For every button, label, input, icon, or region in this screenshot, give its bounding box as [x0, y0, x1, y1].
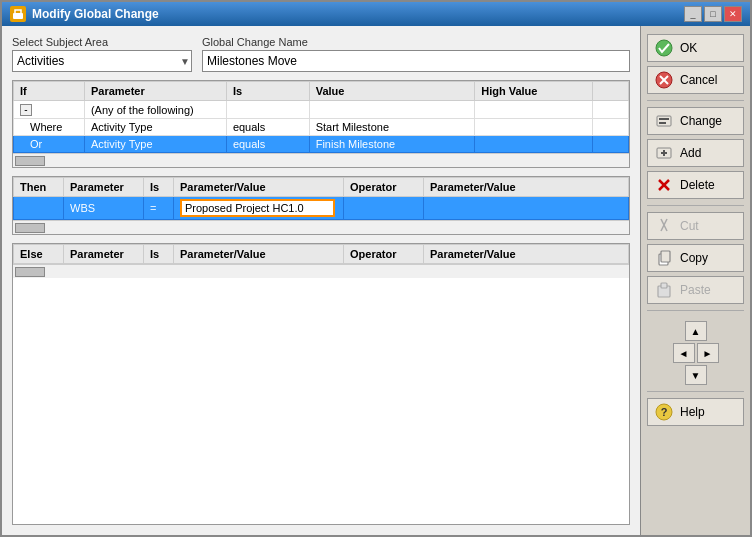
- close-button[interactable]: ✕: [724, 6, 742, 22]
- then-table-header: Then Parameter Is Parameter/Value Operat…: [14, 178, 629, 197]
- top-fields-row: Select Subject Area Activities ▼ Global …: [12, 36, 630, 72]
- global-change-name-group: Global Change Name: [202, 36, 630, 72]
- nav-up-button[interactable]: ▲: [685, 321, 707, 341]
- else-scrollbar[interactable]: [13, 264, 629, 278]
- then-cell-wbs: WBS: [64, 197, 144, 220]
- subject-area-select[interactable]: Activities: [12, 50, 192, 72]
- else-col-paramval2: Parameter/Value: [424, 245, 629, 264]
- paste-button[interactable]: Paste: [647, 276, 744, 304]
- table-row[interactable]: - (Any of the following): [14, 101, 629, 119]
- help-label: Help: [680, 405, 705, 419]
- subject-area-label: Select Subject Area: [12, 36, 192, 48]
- table-row[interactable]: Or Activity Type equals Finish Milestone: [14, 136, 629, 153]
- ok-button[interactable]: OK: [647, 34, 744, 62]
- if-cell-equals1: equals: [226, 119, 309, 136]
- if-scrollbar[interactable]: [13, 153, 629, 167]
- cut-label: Cut: [680, 219, 699, 233]
- delete-label: Delete: [680, 178, 715, 192]
- divider-3: [647, 310, 744, 311]
- ok-label: OK: [680, 41, 697, 55]
- svg-text:?: ?: [661, 406, 668, 418]
- if-col-value: Value: [309, 82, 475, 101]
- cancel-button[interactable]: Cancel: [647, 66, 744, 94]
- divider-1: [647, 100, 744, 101]
- else-table-header: Else Parameter Is Parameter/Value Operat…: [14, 245, 629, 264]
- if-col-extra: [593, 82, 629, 101]
- delete-icon: [654, 175, 674, 195]
- global-change-name-input[interactable]: [202, 50, 630, 72]
- add-button[interactable]: Add: [647, 139, 744, 167]
- if-cell-equals2: equals: [226, 136, 309, 153]
- then-scrollbar[interactable]: [13, 220, 629, 234]
- minimize-button[interactable]: _: [684, 6, 702, 22]
- divider-4: [647, 391, 744, 392]
- maximize-button[interactable]: □: [704, 6, 722, 22]
- delete-button[interactable]: Delete: [647, 171, 744, 199]
- window-icon: [10, 6, 26, 22]
- copy-icon: [654, 248, 674, 268]
- subject-area-wrapper: Activities ▼: [12, 50, 192, 72]
- nav-down-button[interactable]: ▼: [685, 365, 707, 385]
- svg-rect-7: [659, 118, 669, 120]
- then-table: Then Parameter Is Parameter/Value Operat…: [13, 177, 629, 220]
- if-cell-val1: [309, 101, 475, 119]
- svg-rect-6: [657, 116, 671, 126]
- nav-middle-row: ◄ ►: [673, 343, 719, 363]
- paste-icon: [654, 280, 674, 300]
- table-row[interactable]: Where Activity Type equals Start Milesto…: [14, 119, 629, 136]
- nav-right-button[interactable]: ►: [697, 343, 719, 363]
- if-table: If Parameter Is Value High Value: [13, 81, 629, 153]
- if-cell-acttype2: Activity Type: [84, 136, 226, 153]
- if-cell-extra1: [593, 101, 629, 119]
- subject-area-group: Select Subject Area Activities ▼: [12, 36, 192, 72]
- cancel-icon: [654, 70, 674, 90]
- if-cell-high3: [475, 136, 593, 153]
- global-change-name-label: Global Change Name: [202, 36, 630, 48]
- nav-buttons: ▲ ◄ ► ▼: [647, 321, 744, 385]
- divider-2: [647, 205, 744, 206]
- table-row[interactable]: WBS =: [14, 197, 629, 220]
- content-area: Select Subject Area Activities ▼ Global …: [2, 26, 750, 535]
- svg-point-2: [656, 40, 672, 56]
- if-col-is: Is: [226, 82, 309, 101]
- then-scrollbar-thumb[interactable]: [15, 223, 45, 233]
- if-scrollbar-thumb[interactable]: [15, 156, 45, 166]
- if-col-high-value: High Value: [475, 82, 593, 101]
- right-panel: OK Cancel Change: [640, 26, 750, 535]
- then-col-paramval2: Parameter/Value: [424, 178, 629, 197]
- window-title: Modify Global Change: [32, 7, 678, 21]
- help-button[interactable]: ? Help: [647, 398, 744, 426]
- copy-label: Copy: [680, 251, 708, 265]
- cut-button[interactable]: Cut: [647, 212, 744, 240]
- add-icon: [654, 143, 674, 163]
- expand-button[interactable]: -: [20, 104, 32, 116]
- if-table-container: If Parameter Is Value High Value: [13, 81, 629, 153]
- change-button[interactable]: Change: [647, 107, 744, 135]
- then-value-input[interactable]: [180, 199, 335, 217]
- if-cell-or: Or: [14, 136, 85, 153]
- then-cell-blank: [14, 197, 64, 220]
- svg-rect-1: [15, 10, 21, 15]
- then-cell-eq: =: [144, 197, 174, 220]
- else-col-is: Is: [144, 245, 174, 264]
- if-table-header: If Parameter Is Value High Value: [14, 82, 629, 101]
- else-col-else: Else: [14, 245, 64, 264]
- paste-label: Paste: [680, 283, 711, 297]
- help-icon: ?: [654, 402, 674, 422]
- copy-button[interactable]: Copy: [647, 244, 744, 272]
- svg-rect-17: [661, 251, 670, 262]
- else-col-paramval: Parameter/Value: [174, 245, 344, 264]
- then-section: Then Parameter Is Parameter/Value Operat…: [12, 176, 630, 235]
- nav-left-button[interactable]: ◄: [673, 343, 695, 363]
- else-scrollbar-thumb[interactable]: [15, 267, 45, 277]
- main-panel: Select Subject Area Activities ▼ Global …: [2, 26, 640, 535]
- then-col-is: Is: [144, 178, 174, 197]
- if-cell-is1: [226, 101, 309, 119]
- if-col-parameter: Parameter: [84, 82, 226, 101]
- if-cell-expand: -: [14, 101, 85, 119]
- if-cell-startmile: Start Milestone: [309, 119, 475, 136]
- if-cell-high1: [475, 101, 593, 119]
- title-bar: Modify Global Change _ □ ✕: [2, 2, 750, 26]
- else-col-operator: Operator: [344, 245, 424, 264]
- if-cell-any: (Any of the following): [84, 101, 226, 119]
